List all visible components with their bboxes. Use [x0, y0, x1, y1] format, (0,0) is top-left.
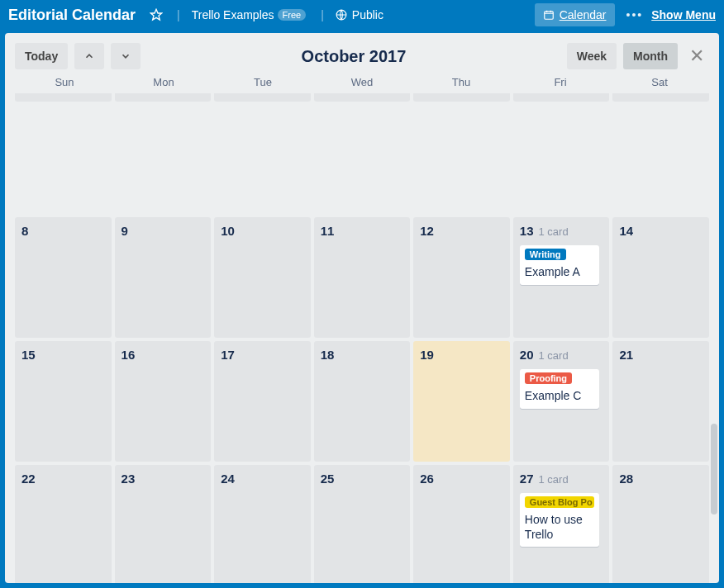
weekday-label: Wed: [312, 76, 412, 88]
day-cell[interactable]: 15: [15, 341, 112, 462]
close-icon[interactable]: ✕: [684, 45, 709, 67]
day-cell[interactable]: 24: [214, 465, 311, 583]
svg-marker-0: [150, 9, 161, 20]
day-cell[interactable]: 271 cardGuest Blog PoHow to use Trello: [513, 465, 610, 583]
day-cell[interactable]: 23: [115, 465, 212, 583]
team-name: Trello Examples: [192, 8, 274, 21]
calendar-grid: 89101112131 cardWritingExample A14151617…: [5, 93, 719, 583]
card-count: 1 card: [539, 225, 569, 238]
weekday-label: Sun: [15, 76, 114, 88]
weekday-header: SunMonTueWedThuFriSat: [5, 76, 719, 93]
day-number: 17: [221, 348, 235, 362]
ellipsis-icon[interactable]: •••: [626, 8, 644, 21]
day-cell[interactable]: 10: [214, 217, 311, 338]
day-cell[interactable]: 11: [314, 217, 411, 338]
team-name-button[interactable]: Trello Examples Free: [185, 3, 312, 26]
board-header: Editorial Calendar | Trello Examples Fre…: [0, 0, 724, 30]
svg-rect-2: [544, 12, 553, 19]
separator: |: [177, 8, 180, 21]
day-cell[interactable]: 131 cardWritingExample A: [513, 217, 610, 338]
day-number: 19: [420, 348, 434, 362]
globe-icon: [336, 9, 347, 21]
day-cell[interactable]: 9: [115, 217, 212, 338]
day-cell[interactable]: 8: [15, 217, 112, 338]
day-cell[interactable]: 14: [612, 217, 709, 338]
day-number: 21: [619, 348, 633, 362]
card-label: Guest Blog Po: [525, 496, 594, 508]
day-cell[interactable]: 16: [115, 341, 212, 462]
weekday-label: Tue: [213, 76, 312, 88]
show-menu-button[interactable]: Show Menu: [651, 8, 716, 21]
today-button[interactable]: Today: [15, 43, 68, 69]
card-title: Example A: [525, 265, 594, 280]
scrollbar[interactable]: [709, 93, 719, 583]
day-number: 15: [21, 348, 36, 362]
calendar-title: October 2017: [147, 47, 560, 66]
card-count: 1 card: [539, 349, 569, 362]
day-number: 13: [520, 224, 534, 238]
month-view-button[interactable]: Month: [623, 43, 678, 69]
day-cell[interactable]: 18: [314, 341, 411, 462]
calendar-toolbar: Today October 2017 Week Month ✕: [5, 33, 719, 76]
day-number: 18: [321, 348, 335, 362]
day-cell[interactable]: 22: [15, 465, 112, 583]
calendar-button-label: Calendar: [560, 8, 607, 21]
day-cell[interactable]: 201 cardProofingExample C: [513, 341, 610, 462]
card-title: Example C: [525, 389, 594, 404]
separator: |: [321, 8, 324, 21]
day-number: 22: [21, 472, 36, 486]
star-icon[interactable]: [144, 3, 169, 26]
card-title: How to use Trello: [525, 513, 594, 542]
calendar-powerup-button[interactable]: Calendar: [535, 3, 615, 26]
day-number: 10: [221, 224, 235, 238]
calendar-card[interactable]: WritingExample A: [520, 245, 599, 285]
day-cell[interactable]: 25: [314, 465, 411, 583]
free-badge: Free: [278, 9, 307, 21]
visibility-button[interactable]: Public: [329, 3, 390, 26]
scrollbar-thumb[interactable]: [711, 424, 717, 514]
weekday-label: Mon: [114, 76, 213, 88]
day-number: 16: [121, 348, 136, 362]
next-button[interactable]: [111, 43, 141, 69]
weekday-label: Sat: [610, 76, 709, 88]
board-title: Editorial Calendar: [8, 7, 136, 24]
day-number: 25: [321, 472, 335, 486]
day-cell[interactable]: 17: [214, 341, 311, 462]
day-number: 8: [21, 224, 28, 238]
weekday-label: Thu: [412, 76, 511, 88]
calendar-icon: [543, 9, 555, 21]
day-number: 12: [420, 224, 434, 238]
day-number: 26: [420, 472, 434, 486]
day-number: 14: [619, 224, 633, 238]
day-cell[interactable]: 19: [413, 341, 510, 462]
calendar-card[interactable]: Guest Blog PoHow to use Trello: [520, 493, 599, 547]
card-count: 1 card: [539, 473, 569, 486]
day-number: 11: [321, 224, 335, 238]
day-cell[interactable]: 21: [612, 341, 709, 462]
card-label: Writing: [525, 249, 566, 260]
week-view-button[interactable]: Week: [567, 43, 617, 69]
day-number: 23: [121, 472, 136, 486]
day-cell[interactable]: 26: [413, 465, 510, 583]
prev-button[interactable]: [74, 43, 104, 69]
day-cell[interactable]: 28: [612, 465, 709, 583]
card-label: Proofing: [525, 372, 572, 384]
calendar-panel: Today October 2017 Week Month ✕ SunMonTu…: [5, 33, 719, 583]
day-cell[interactable]: 12: [413, 217, 510, 338]
day-number: 28: [619, 472, 633, 486]
prev-week-sliver: [15, 93, 709, 102]
day-number: 20: [520, 348, 534, 362]
day-number: 24: [221, 472, 235, 486]
day-number: 27: [520, 472, 534, 486]
day-number: 9: [121, 224, 128, 238]
calendar-card[interactable]: ProofingExample C: [520, 369, 599, 409]
visibility-label: Public: [352, 8, 383, 21]
weekday-label: Fri: [511, 76, 610, 88]
